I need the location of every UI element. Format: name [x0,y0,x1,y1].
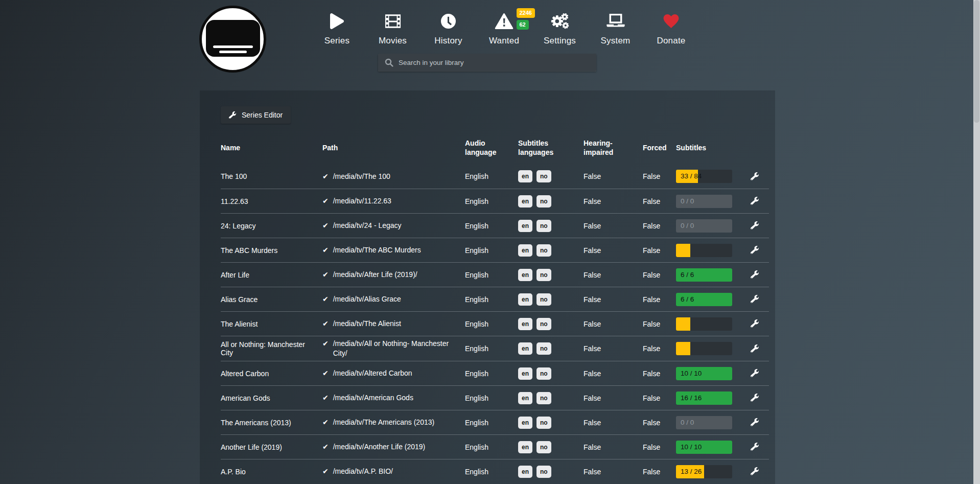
row-actions [741,418,769,427]
edit-series-button[interactable] [751,394,759,402]
series-path-text: /media/tv/The ABC Murders [333,245,421,255]
check-icon: ✔ [322,368,329,378]
series-path-text: /media/tv/All or Nothing- Manchester Cit… [333,339,454,358]
series-editor-button[interactable]: Series Editor [221,106,291,124]
row-actions [741,369,769,378]
subtitle-language-badge: en [518,170,532,182]
edit-series-button[interactable] [751,344,759,353]
nav-item-donate[interactable]: Donate [643,8,699,46]
subtitle-language-badge: en [518,466,532,478]
edit-series-button[interactable] [751,369,759,378]
table-row: Alias Grace ✔ /media/tv/Alias Grace Engl… [221,287,769,311]
subtitle-language-badge: en [518,342,532,355]
series-path: ✔ /media/tv/The Alienist [322,319,465,329]
subtitle-language-badge: no [536,244,551,257]
subtitle-language-badge: no [536,367,551,380]
edit-series-button[interactable] [751,221,759,230]
subtitle-language-badge: no [536,195,551,208]
series-name[interactable]: The Americans (2013) [221,419,322,427]
subtitles-languages-badges: enno [518,244,584,257]
vertical-scrollbar[interactable] [973,0,980,484]
forced-value: False [643,172,676,180]
nav-item-history[interactable]: History [421,8,476,46]
column-header-audio-language: Audio language [465,139,518,157]
nav-item-movies[interactable]: Movies [365,8,421,46]
nav-item-wanted[interactable]: 2246 62 Wanted [476,8,532,46]
table-row: The Alienist ✔ /media/tv/The Alienist En… [221,311,769,336]
forced-value: False [643,246,676,255]
edit-series-button[interactable] [751,270,759,279]
edit-series-button[interactable] [751,418,759,427]
audio-language-value: English [465,172,518,180]
edit-series-button[interactable] [751,246,759,255]
table-row: Another Life (2019) ✔ /media/tv/Another … [221,434,769,459]
series-name[interactable]: 24: Legacy [221,222,322,230]
subtitles-languages-badges: enno [518,466,584,478]
series-name[interactable]: Altered Carbon [221,370,322,378]
progress-label: 13 / 26 [681,465,702,478]
subtitle-language-badge: en [518,318,532,330]
hearing-impaired-value: False [584,172,643,180]
bazarr-logo[interactable] [199,6,266,73]
subtitle-language-badge: no [536,220,551,232]
series-path: ✔ /media/tv/Another Life (2019) [322,442,465,452]
forced-value: False [643,295,676,304]
nav-item-series[interactable]: Series [309,8,365,46]
series-path: ✔ /media/tv/Altered Carbon [322,368,465,378]
subtitles-languages-badges: enno [518,318,584,330]
scrollbar-thumb[interactable] [974,0,979,123]
edit-series-button[interactable] [751,443,759,451]
subtitles-progress-cell [676,342,741,355]
row-actions [741,197,769,205]
progress-label: 33 / 84 [681,170,702,183]
forced-value: False [643,271,676,279]
subtitles-progress-cell [676,317,741,331]
subtitles-progress-cell: 10 / 10 [676,367,741,380]
nav-item-system[interactable]: System [588,8,643,46]
series-path-text: /media/tv/Altered Carbon [333,368,412,378]
series-name[interactable]: Another Life (2019) [221,443,322,451]
series-name[interactable]: The Alienist [221,320,322,328]
subtitles-languages-badges: enno [518,367,584,380]
column-header-subtitles-languages: Subtitles languages [518,139,584,157]
progress-fill [676,342,690,355]
edit-series-button[interactable] [751,319,759,328]
series-path-text: /media/tv/The Americans (2013) [333,418,434,427]
audio-language-value: English [465,443,518,451]
nav-label: Series [309,36,365,46]
progress-label: 6 / 6 [681,293,694,306]
search-icon [385,58,393,67]
series-editor-button-label: Series Editor [242,111,283,119]
series-name[interactable]: American Gods [221,394,322,402]
subtitles-progress-cell: 0 / 0 [676,195,741,208]
check-icon: ✔ [322,172,329,181]
hearing-impaired-value: False [584,419,643,427]
nav-item-settings[interactable]: Settings [532,8,588,46]
edit-series-button[interactable] [751,172,759,181]
series-path: ✔ /media/tv/American Gods [322,393,465,403]
series-table: Name Path Audio language Subtitles langu… [221,139,769,483]
forced-value: False [643,197,676,205]
wanted-movies-count-badge: 62 [517,20,529,30]
series-name[interactable]: The ABC Murders [221,246,322,255]
series-name[interactable]: All or Nothing: Manchester City [221,340,322,357]
series-name[interactable]: Alias Grace [221,295,322,304]
subtitle-language-badge: en [518,293,532,306]
search-input[interactable] [399,59,596,66]
row-actions [741,270,769,279]
edit-series-button[interactable] [751,295,759,304]
series-name[interactable]: A.P. Bio [221,468,322,476]
edit-series-button[interactable] [751,197,759,205]
gears-icon [532,8,588,34]
check-icon: ✔ [322,196,329,206]
library-search [378,54,596,71]
series-name[interactable]: After Life [221,271,322,279]
wrench-icon [229,111,237,119]
series-name[interactable]: The 100 [221,172,322,180]
subtitles-languages-badges: enno [518,417,584,429]
hearing-impaired-value: False [584,271,643,279]
series-name[interactable]: 11.22.63 [221,197,322,205]
edit-series-button[interactable] [751,467,759,476]
nav-label: Wanted [476,36,532,46]
audio-language-value: English [465,370,518,378]
